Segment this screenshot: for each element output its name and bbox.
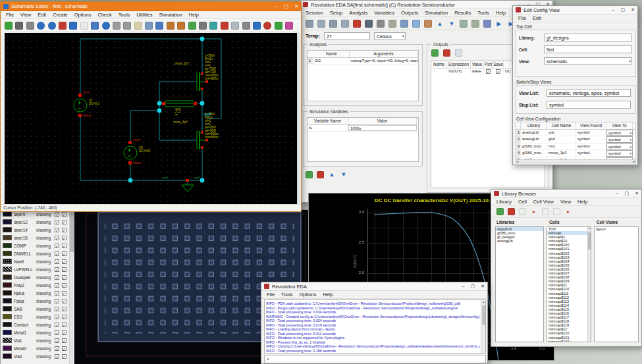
layer-swatch[interactable]: [3, 219, 12, 224]
layer-visible-checkbox[interactable]: ✓: [55, 291, 59, 296]
menu-item[interactable]: Help: [319, 292, 336, 298]
outputs-icon[interactable]: [400, 20, 408, 28]
layer-swatch[interactable]: [3, 290, 12, 296]
menu-item[interactable]: Analysis: [346, 10, 371, 16]
zoom-out-icon[interactable]: [123, 22, 131, 30]
layer-selectable-checkbox[interactable]: ✓: [62, 275, 67, 280]
layer-swatch[interactable]: [3, 211, 12, 217]
libraries-list[interactable]: importLibgf180_mcugf_designsanalogLib: [495, 226, 544, 342]
log-icon[interactable]: [471, 20, 479, 28]
cell-views-list[interactable]: layout: [594, 226, 639, 342]
layer-visible-checkbox[interactable]: ✓: [55, 323, 59, 327]
maximize-button[interactable]: ▢: [625, 191, 629, 196]
bus-icon[interactable]: [199, 22, 207, 30]
menu-item[interactable]: Check: [95, 12, 115, 18]
close-button[interactable]: ✕: [481, 284, 485, 289]
minimize-button[interactable]: –: [612, 7, 615, 13]
symbol-icon[interactable]: [231, 22, 239, 30]
console-log[interactable]: INFO - PDK path updated to: C:\Users\ank…: [264, 299, 486, 353]
import-icon[interactable]: ▸: [530, 208, 538, 216]
table-row[interactable]: 4gf180_mcunmos_3p3symbolsymbol: [516, 150, 635, 157]
layer-swatch[interactable]: [3, 330, 12, 335]
menu-item[interactable]: File: [515, 15, 529, 21]
menu-item[interactable]: Tools: [115, 12, 134, 18]
menu-item[interactable]: Cell: [515, 199, 530, 205]
copy-output-icon[interactable]: [455, 49, 462, 57]
layer-row[interactable]: Pplusdrawing✓✓: [1, 297, 74, 305]
menu-item[interactable]: Session: [302, 10, 327, 16]
layer-swatch[interactable]: [3, 259, 12, 264]
instance-icon[interactable]: [167, 22, 174, 30]
annotate-icon[interactable]: [412, 20, 420, 28]
layer-row[interactable]: Contactdrawing✓✓: [1, 321, 74, 328]
schematic-titlebar[interactable]: Schematic Editor - first - schematic –▢✕: [1, 2, 301, 11]
layer-swatch[interactable]: [3, 235, 12, 240]
layer-row[interactable]: Poly2drawing✓✓: [1, 281, 74, 289]
export-icon[interactable]: [26, 22, 34, 30]
netlist-icon[interactable]: [341, 20, 349, 28]
results-icon[interactable]: [424, 20, 432, 28]
variable-up-icon[interactable]: ▲: [328, 170, 336, 178]
hierarchy-up-icon[interactable]: [242, 22, 250, 30]
layer-visible-checkbox[interactable]: ✓: [55, 338, 59, 343]
close-button[interactable]: ✕: [294, 4, 298, 9]
add-output-icon[interactable]: [431, 49, 439, 57]
menu-item[interactable]: Simulation: [421, 10, 451, 16]
layer-visible-checkbox[interactable]: ✓: [55, 330, 59, 335]
move-up-icon[interactable]: ▲: [436, 20, 444, 28]
layer-row[interactable]: Metal2drawing✓✓: [1, 344, 74, 352]
minimize-button[interactable]: –: [616, 191, 619, 196]
v1-label[interactable]: V1 DC=3.3: [89, 99, 99, 105]
menu-item[interactable]: Help: [493, 10, 509, 16]
stop-list-field[interactable]: symbol: [547, 101, 631, 109]
close-button[interactable]: ✕: [631, 7, 635, 13]
analyses-table[interactable]: 1DCsweepType=0, input=V0, linlog=0, star…: [308, 58, 418, 65]
rotate-icon[interactable]: [102, 22, 110, 30]
table-row[interactable]: 1DCsweepType=0, input=V0, linlog=0, star…: [308, 58, 418, 65]
cell-view-item[interactable]: layout: [595, 227, 638, 231]
stretch-icon[interactable]: [91, 22, 99, 30]
menu-item[interactable]: Options: [71, 12, 95, 18]
view-select[interactable]: schematic▾: [544, 57, 632, 65]
console-input[interactable]: >: [264, 355, 486, 363]
temp-unit-select[interactable]: Celsius▾: [374, 32, 406, 40]
new-cell-icon[interactable]: [5, 22, 13, 30]
layer-row[interactable]: Via1drawing✓✓: [1, 336, 74, 344]
layer-row[interactable]: ESDdrawing✓✓: [1, 313, 74, 321]
menu-item[interactable]: File: [263, 292, 278, 298]
temp-input[interactable]: 27: [324, 32, 370, 40]
layer-visible-checkbox[interactable]: ✓: [55, 283, 59, 288]
menu-item[interactable]: Variables: [371, 10, 398, 16]
plot-checkbox[interactable]: ✓: [486, 69, 491, 74]
print-icon[interactable]: [15, 22, 23, 30]
v0-label[interactable]: V0 DC=VIN: [139, 146, 150, 153]
menu-item[interactable]: Outputs: [398, 10, 421, 16]
layer-visible-checkbox[interactable]: ✓: [55, 267, 59, 272]
save-checkbox[interactable]: ✓: [496, 69, 500, 74]
layer-swatch[interactable]: [3, 251, 12, 256]
maximize-button[interactable]: ▢: [621, 7, 626, 13]
layer-row[interactable]: LVPWELLdrawing✓✓: [1, 265, 74, 273]
layer-visible-checkbox[interactable]: ✓: [55, 315, 59, 319]
layer-selectable-checkbox[interactable]: ✓: [62, 283, 67, 288]
layer-selectable-checkbox[interactable]: ✓: [62, 267, 67, 272]
layer-selectable-checkbox[interactable]: ✓: [62, 338, 67, 343]
layer-row[interactable]: Dualgatedrawing✓✓: [1, 273, 74, 281]
open-cellview-icon[interactable]: [542, 208, 549, 215]
layer-swatch[interactable]: [3, 298, 12, 303]
layer-visible-checkbox[interactable]: ✓: [55, 236, 59, 240]
layer-visible-checkbox[interactable]: ✓: [55, 275, 59, 280]
console-titlebar[interactable]: Revolution EDA –▢✕: [261, 282, 487, 291]
resistor-params-label[interactable]: rm1 R=1K: [174, 108, 181, 116]
layer-row[interactable]: layer12drawing✓✓: [1, 218, 74, 226]
variables-table[interactable]: rL1000u: [308, 125, 418, 132]
layer-selectable-checkbox[interactable]: ✓: [62, 236, 67, 240]
export-icon[interactable]: ▸: [564, 208, 572, 216]
layer-swatch[interactable]: [3, 306, 12, 311]
menu-item[interactable]: Help: [574, 199, 591, 205]
layer-visible-checkbox[interactable]: ✓: [55, 244, 59, 248]
new-setup-icon[interactable]: [306, 20, 313, 28]
new-cell-icon[interactable]: [519, 208, 526, 215]
layer-swatch[interactable]: [3, 353, 12, 359]
layer-selectable-checkbox[interactable]: ✓: [62, 259, 67, 264]
